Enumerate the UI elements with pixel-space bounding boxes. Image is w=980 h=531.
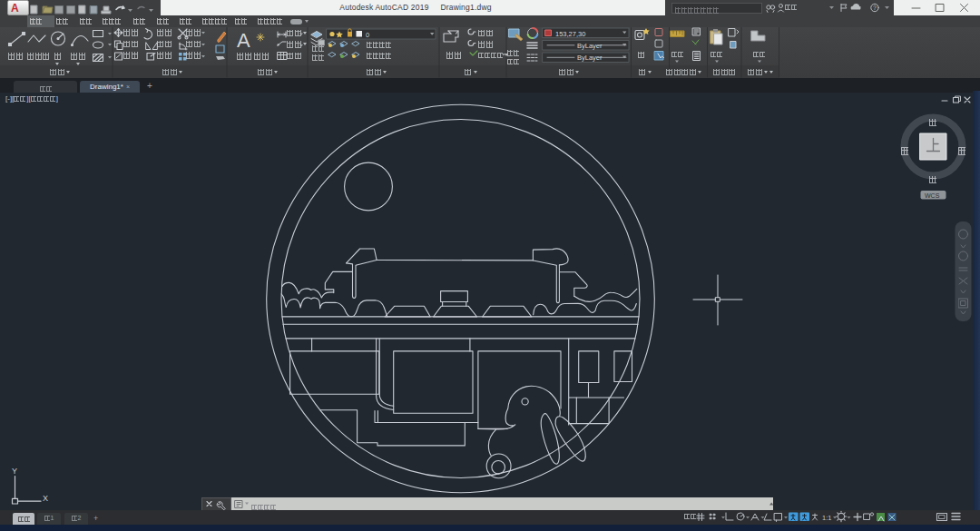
svg-text:Y: Y [12, 467, 17, 476]
svg-text:A: A [237, 29, 250, 52]
svg-text:1:1: 1:1 [822, 514, 831, 522]
svg-text:0: 0 [366, 31, 369, 39]
svg-text:ByLayer: ByLayer [577, 42, 603, 50]
svg-text:153,27,30: 153,27,30 [555, 30, 585, 38]
svg-text:?: ? [873, 5, 877, 11]
svg-text:WCS: WCS [925, 192, 940, 199]
svg-text:ByLayer: ByLayer [577, 54, 603, 62]
